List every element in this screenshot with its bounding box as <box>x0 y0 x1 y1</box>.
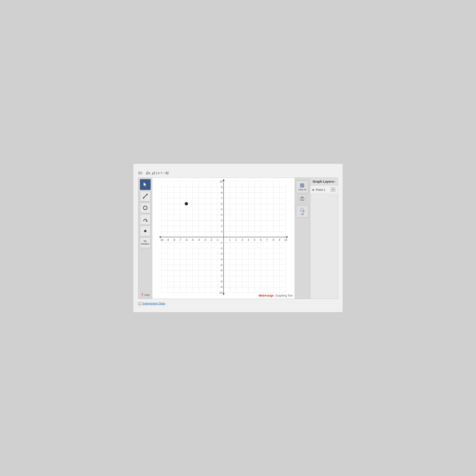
line-tool[interactable] <box>140 191 151 202</box>
layer-item-point1: ▶ Point 1 ✕ <box>310 186 338 194</box>
select-icon <box>143 182 148 187</box>
right-area: Clear All <box>294 178 338 299</box>
svg-marker-0 <box>144 183 146 187</box>
part-label: (b) <box>138 171 142 175</box>
fill-button[interactable]: Fill <box>296 205 308 218</box>
help-icon: ❓ <box>141 293 144 296</box>
submission-data-link[interactable]: + Submission Data <box>138 302 338 305</box>
page-container: (b) {(x, y) | x = −6} <box>133 164 343 312</box>
clear-all-icon <box>300 183 305 188</box>
svg-rect-7 <box>300 183 304 187</box>
help-link[interactable]: ❓ Help <box>141 293 150 297</box>
watermark: WebAssign. Graphing Tool <box>259 294 293 297</box>
svg-point-6 <box>144 230 146 232</box>
svg-line-1 <box>143 194 147 198</box>
fill-icon <box>300 207 305 213</box>
circle-tool[interactable] <box>140 203 151 213</box>
graphing-area: No Solution ❓ Help WebAssign. Graphing T… <box>138 178 338 299</box>
right-controls: Clear All <box>294 178 310 299</box>
point-icon <box>143 228 148 234</box>
graph-layers-header: Graph Layers « <box>310 178 338 186</box>
graph-layers-title: Graph Layers <box>313 180 334 183</box>
graph-container: WebAssign. Graphing Tool <box>152 178 294 299</box>
svg-point-4 <box>143 206 147 210</box>
collapse-button[interactable]: « <box>334 180 335 183</box>
circle-icon <box>143 205 148 210</box>
trash-icon <box>300 196 304 201</box>
submission-expand-icon: + <box>138 302 141 305</box>
svg-point-16 <box>303 211 305 212</box>
parabola-tool[interactable] <box>140 214 151 225</box>
layer-delete-button[interactable]: ✕ <box>331 187 335 192</box>
no-solution-button[interactable]: No Solution <box>140 237 151 248</box>
toolbar: No Solution ❓ Help <box>138 178 152 299</box>
layer-expand-icon[interactable]: ▶ <box>313 188 314 191</box>
select-tool[interactable] <box>140 179 151 190</box>
clear-all-button[interactable]: Clear All <box>296 181 308 193</box>
webassign-brand: WebAssign <box>259 294 274 297</box>
problem-label: (b) {(x, y) | x = −6} <box>138 171 338 175</box>
layer-name: Point 1 <box>316 188 329 191</box>
equation: {(x, y) | x = −6} <box>146 171 169 175</box>
parabola-icon <box>143 217 148 222</box>
graph-layers-panel: Graph Layers « ▶ Point 1 ✕ <box>310 178 338 299</box>
graph-canvas[interactable] <box>152 178 289 299</box>
point-tool[interactable] <box>140 226 151 236</box>
delete-layer-button[interactable] <box>298 195 306 203</box>
line-icon <box>143 194 148 199</box>
